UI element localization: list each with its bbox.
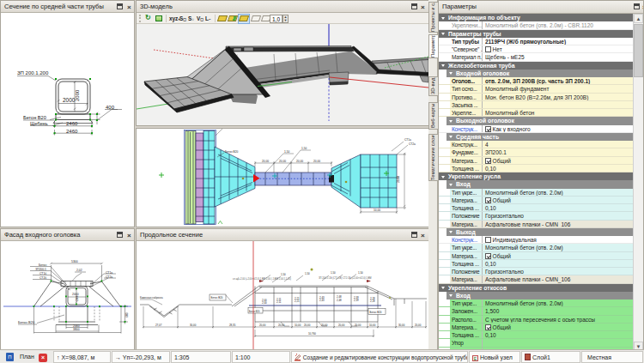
- svg-text:2,43: 2,43: [319, 299, 325, 302]
- svg-text:ЗП 200.1.СБ (СТ1.СБ) СТ2.СБ (+: ЗП 200.1.СБ (СТ1.СБ) СТ2.СБ (+2,00×б/2,0…: [319, 276, 372, 280]
- svg-text:СТ2б: СТ2б: [39, 276, 46, 280]
- svg-text:1,50: 1,50: [331, 271, 336, 275]
- svg-text:20,00: 20,00: [355, 324, 361, 327]
- svg-text:36,00: 36,00: [397, 176, 400, 183]
- svg-text:Бетон В20: Бетон В20: [18, 320, 35, 324]
- svg-text:30,00: 30,00: [398, 324, 405, 327]
- svg-text:10,00: 10,00: [295, 324, 301, 327]
- svg-text:20,00: 20,00: [415, 324, 422, 327]
- svg-text:2460: 2460: [66, 129, 78, 134]
- svg-text:СТ2а: СТ2а: [409, 142, 416, 146]
- svg-text:10,760: 10,760: [308, 332, 316, 336]
- svg-text:ЗП 200.1.200: ЗП 200.1.200: [17, 70, 49, 76]
- svg-text:400: 400: [106, 105, 115, 110]
- svg-text:2,21: 2,21: [295, 299, 300, 303]
- svg-text:20,00: 20,00: [262, 160, 269, 163]
- svg-text:2460: 2460: [66, 121, 78, 126]
- svg-text:Бетон В20: Бетон В20: [370, 311, 382, 314]
- svg-text:2,39: 2,39: [354, 299, 359, 302]
- svg-text:600: 600: [125, 312, 129, 318]
- svg-text:2,11: 2,11: [276, 298, 282, 301]
- svg-text:2,28: 2,28: [370, 297, 375, 300]
- svg-text:Бетон В20: Бетон В20: [23, 115, 46, 120]
- svg-text:2060: 2060: [73, 324, 80, 328]
- svg-text:сл.щ4+2,00 (+2,00×б/2,0) 1.ВМ: сл.щ4+2,00 (+2,00×б/2,0) 1.ВМ 2,00 (-1.В…: [233, 277, 291, 281]
- svg-text:2000: 2000: [75, 89, 80, 101]
- svg-text:20,00: 20,00: [313, 160, 320, 163]
- svg-text:28,35: 28,35: [229, 324, 236, 327]
- svg-text:20,00: 20,00: [259, 324, 266, 327]
- svg-text:1,50: 1,50: [358, 271, 363, 275]
- svg-text:2,43: 2,43: [319, 296, 325, 299]
- svg-text:2,48: 2,48: [337, 299, 342, 302]
- svg-text:20,00: 20,00: [279, 160, 286, 163]
- svg-text:2,11: 2,11: [276, 300, 282, 304]
- svg-text:2,48: 2,48: [337, 295, 342, 299]
- svg-text:СТ1б: СТ1б: [39, 272, 46, 275]
- svg-text:20,00: 20,00: [338, 324, 345, 327]
- svg-text:1,50: 1,50: [305, 272, 310, 275]
- svg-text:1,50: 1,50: [284, 150, 289, 154]
- svg-text:Каменная наброска: Каменная наброска: [140, 296, 163, 299]
- svg-text:СТ1а: СТ1а: [106, 271, 112, 275]
- svg-text:СТ1а: СТ1а: [404, 138, 411, 142]
- svg-text:10,00: 10,00: [374, 209, 380, 212]
- svg-text:20,00: 20,00: [296, 160, 303, 163]
- svg-text:20,00: 20,00: [321, 324, 328, 327]
- svg-text:30,00: 30,00: [190, 324, 197, 327]
- svg-text:2,02: 2,02: [76, 269, 82, 272]
- svg-text:20,00: 20,00: [304, 324, 311, 327]
- svg-text:1,50: 1,50: [281, 273, 286, 276]
- svg-text:2,39: 2,39: [354, 296, 359, 299]
- svg-text:27,07: 27,07: [155, 324, 162, 327]
- svg-text:ЗП200.1: ЗП200.1: [35, 268, 46, 271]
- svg-text:2,28: 2,28: [370, 299, 375, 303]
- svg-text:3800: 3800: [73, 328, 80, 331]
- svg-text:Щебень: Щебень: [30, 121, 48, 126]
- svg-text:10,00: 10,00: [369, 324, 376, 327]
- svg-text:2,00: 2,00: [262, 301, 267, 305]
- svg-text:2,00: 2,00: [262, 299, 267, 302]
- svg-text:2,21: 2,21: [295, 297, 300, 300]
- svg-text:Бетон В20: Бетон В20: [249, 310, 260, 313]
- svg-text:5300: 5300: [71, 260, 78, 263]
- svg-text:1,50: 1,50: [301, 147, 307, 150]
- svg-text:СТ2а: СТ2а: [106, 275, 112, 279]
- svg-text:2000: 2000: [76, 295, 79, 301]
- svg-text:Бетон В20: Бетон В20: [211, 296, 223, 299]
- svg-text:Бетон В20: Бетон В20: [225, 150, 238, 154]
- svg-text:20,00: 20,00: [278, 324, 285, 327]
- svg-text:Бетон: Бетон: [39, 263, 46, 267]
